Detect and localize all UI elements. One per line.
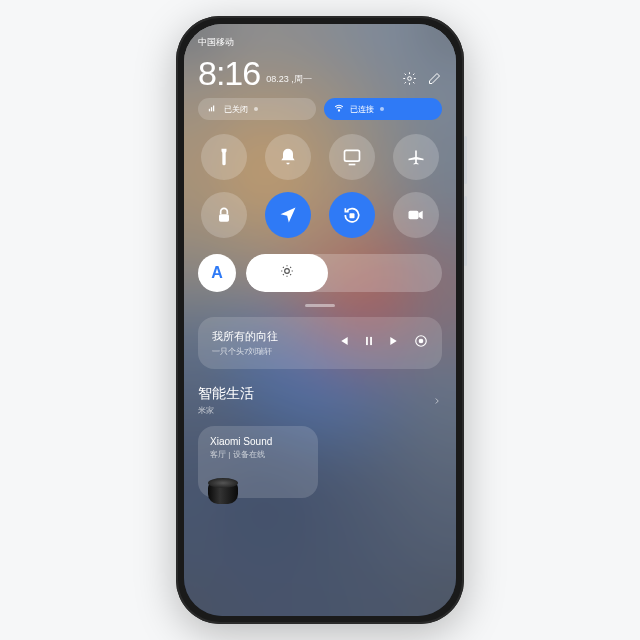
settings-icon[interactable] — [402, 71, 417, 86]
svg-rect-19 — [370, 337, 372, 345]
power-button[interactable] — [464, 196, 467, 266]
phone-frame: 中国移动 8:16 08.23 ,周一 — [176, 16, 464, 624]
smart-sub: 米家 — [198, 405, 254, 416]
pause-icon[interactable] — [362, 334, 376, 352]
output-icon[interactable] — [414, 334, 428, 352]
screen: 中国移动 8:16 08.23 ,周一 — [184, 24, 456, 616]
location-tile[interactable] — [265, 192, 311, 238]
video-tile[interactable] — [393, 192, 439, 238]
clock: 8:16 08.23 ,周一 — [198, 56, 312, 90]
flashlight-tile[interactable] — [201, 134, 247, 180]
speaker-image — [208, 478, 238, 504]
rotate-lock-tile[interactable] — [329, 192, 375, 238]
mobile-data-label: 已关闭 — [224, 104, 248, 115]
wifi-label: 已连接 — [350, 104, 374, 115]
drag-handle[interactable] — [305, 304, 335, 307]
cast-tile[interactable] — [329, 134, 375, 180]
brightness-fill — [246, 254, 328, 292]
sun-icon — [280, 264, 294, 282]
svg-rect-9 — [209, 109, 210, 112]
next-icon[interactable] — [388, 334, 402, 352]
quick-tiles — [198, 134, 442, 238]
edit-icon[interactable] — [427, 71, 442, 86]
auto-brightness-button[interactable]: A — [198, 254, 236, 292]
svg-point-8 — [408, 77, 412, 81]
airplane-tile[interactable] — [393, 134, 439, 180]
time-label: 8:16 — [198, 56, 260, 90]
carrier-label: 中国移动 — [198, 36, 234, 49]
media-card[interactable]: 我所有的向往 一只个头7刘瑞轩 — [198, 317, 442, 369]
device-card[interactable]: Xiaomi Sound 客厅 | 设备在线 — [198, 426, 318, 498]
svg-point-12 — [338, 110, 339, 111]
smart-heading: 智能生活 — [198, 385, 254, 403]
chevron-right-icon — [432, 392, 442, 410]
wifi-toggle[interactable]: 已连接 — [324, 98, 442, 120]
svg-rect-13 — [345, 150, 360, 161]
auto-brightness-label: A — [211, 264, 223, 282]
svg-rect-10 — [211, 107, 212, 111]
prev-icon[interactable] — [336, 334, 350, 352]
smart-life-section: 智能生活 米家 Xiaomi Sound 客厅 | 设备在线 — [198, 385, 442, 498]
lock-tile[interactable] — [201, 192, 247, 238]
date-label: 08.23 ,周一 — [266, 73, 312, 90]
wifi-pill-icon — [334, 103, 344, 115]
sim-icon — [208, 103, 218, 115]
svg-rect-16 — [409, 211, 419, 219]
device-name: Xiaomi Sound — [210, 436, 306, 447]
media-title: 我所有的向往 — [212, 329, 278, 344]
device-status: 客厅 | 设备在线 — [210, 449, 306, 460]
status-bar: 中国移动 — [198, 34, 442, 50]
volume-button[interactable] — [464, 136, 467, 184]
bell-tile[interactable] — [265, 134, 311, 180]
svg-point-21 — [419, 339, 423, 343]
svg-rect-15 — [350, 213, 355, 218]
svg-rect-14 — [219, 214, 229, 222]
svg-rect-18 — [366, 337, 368, 345]
mobile-data-toggle[interactable]: 已关闭 — [198, 98, 316, 120]
svg-rect-11 — [213, 106, 214, 112]
brightness-slider[interactable] — [246, 254, 442, 292]
smart-life-header[interactable]: 智能生活 米家 — [198, 385, 442, 416]
svg-point-17 — [285, 269, 290, 274]
media-subtitle: 一只个头7刘瑞轩 — [212, 346, 278, 357]
